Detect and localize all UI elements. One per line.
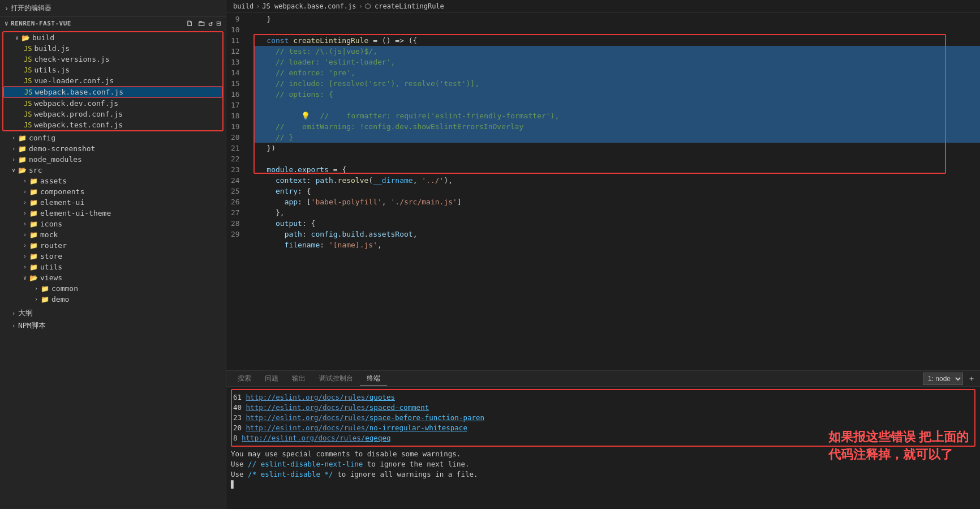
folder-node-modules[interactable]: › 📁 node_modules xyxy=(0,154,226,165)
file-webpack-test[interactable]: JS webpack.test.conf.js xyxy=(3,119,222,130)
file-label-webpack-test: webpack.test.conf.js xyxy=(34,121,123,129)
code-line-27: output: { xyxy=(253,218,980,229)
folder-store[interactable]: › 📁 store xyxy=(0,251,226,262)
folder-build[interactable]: ∨ 📂 build xyxy=(3,32,222,43)
folder-icon: 📁 xyxy=(29,231,38,239)
file-label-webpack-dev: webpack.dev.conf.js xyxy=(34,99,118,108)
code-line-11: const createLintingRule = () => ({ xyxy=(253,35,980,46)
code-line-24: entry: { xyxy=(253,186,980,196)
file-label-build-js: build.js xyxy=(34,44,70,53)
file-label-vue-loader: vue-loader.conf.js xyxy=(34,76,114,85)
new-folder-icon[interactable]: 🗀 xyxy=(197,19,205,28)
folder-icon: 📁 xyxy=(29,209,38,217)
folder-icon: 📁 xyxy=(29,199,38,207)
folder-icon: 📁 xyxy=(29,177,38,185)
code-line-19: // } xyxy=(253,132,980,143)
file-label-utils: utils.js xyxy=(34,66,70,74)
code-line-20: }) xyxy=(253,143,980,153)
js-icon: JS xyxy=(24,88,32,96)
folder-views[interactable]: ∨ 📂 views xyxy=(0,272,226,283)
js-icon: JS xyxy=(24,77,32,85)
error-item-spaced-comment: 40 http://eslint.org/docs/rules/spaced-c… xyxy=(233,403,973,413)
collapse-icon[interactable]: ⊟ xyxy=(217,19,221,28)
folder-icon: 📁 xyxy=(41,296,49,303)
project-root: ∨ RENREN-FAST-VUE 🗋 🗀 ↺ ⊟ xyxy=(0,17,226,30)
breadcrumb-function: ⬡ createLintingRule xyxy=(365,2,444,10)
tab-terminal[interactable]: 终端 xyxy=(360,371,387,386)
code-line-9: } xyxy=(253,14,980,24)
file-build-js[interactable]: JS build.js xyxy=(3,43,222,54)
folder-npm-scripts[interactable]: › NPM脚本 xyxy=(0,319,226,332)
code-line-15: // include: [resolve('src'), resolve('te… xyxy=(253,78,980,89)
code-line-18: // emitWarning: !config.dev.showEslintEr… xyxy=(253,121,980,132)
folder-outline[interactable]: › 大纲 xyxy=(0,307,226,319)
folder-demo-screenshot[interactable]: › 📁 demo-screenshot xyxy=(0,143,226,154)
file-webpack-prod[interactable]: JS webpack.prod.conf.js xyxy=(3,109,222,119)
project-name: RENREN-FAST-VUE xyxy=(11,20,71,27)
folder-element-ui[interactable]: › 📁 element-ui xyxy=(0,197,226,208)
file-vue-loader[interactable]: JS vue-loader.conf.js xyxy=(3,75,222,86)
code-line-17: 💡 // formatter: require('eslint-friendly… xyxy=(253,100,980,121)
refresh-icon[interactable]: ↺ xyxy=(208,19,213,28)
new-file-icon[interactable]: 🗋 xyxy=(186,19,194,28)
folder-element-ui-theme[interactable]: › 📁 element-ui-theme xyxy=(0,208,226,219)
folder-icon: 📁 xyxy=(41,285,49,293)
file-label-webpack-prod: webpack.prod.conf.js xyxy=(34,110,123,118)
chevron-down-icon: ∨ xyxy=(5,20,8,27)
folder-components[interactable]: › 📁 components xyxy=(0,186,226,197)
breadcrumb-file: JS webpack.base.conf.js xyxy=(262,2,356,10)
folder-icon: 📁 xyxy=(29,253,38,260)
folder-icon: 📁 xyxy=(29,242,38,250)
folder-assets[interactable]: › 📁 assets xyxy=(0,176,226,186)
breadcrumb-sep2: › xyxy=(359,2,363,10)
tab-debug-console[interactable]: 调试控制台 xyxy=(312,371,360,386)
folder-icons[interactable]: › 📁 icons xyxy=(0,219,226,229)
js-icon: JS xyxy=(24,121,32,129)
js-icon: JS xyxy=(24,100,32,108)
code-line-28: path: config.build.assetsRoot, xyxy=(253,229,980,239)
folder-mock[interactable]: › 📁 mock xyxy=(0,229,226,240)
tab-search[interactable]: 搜索 xyxy=(231,371,258,386)
file-tree: ∨ 📂 build JS build.js JS check-versions.… xyxy=(0,30,226,509)
folder-open-icon: 📂 xyxy=(18,166,27,174)
code-line-16: // options: { xyxy=(253,89,980,100)
js-icon: JS xyxy=(24,66,32,74)
tab-output[interactable]: 输出 xyxy=(285,371,312,386)
code-line-14: // enforce: 'pre', xyxy=(253,67,980,78)
file-webpack-dev[interactable]: JS webpack.dev.conf.js xyxy=(3,98,222,109)
folder-router[interactable]: › 📁 router xyxy=(0,240,226,251)
folder-utils[interactable]: › 📁 utils xyxy=(0,262,226,272)
folder-router-label: router xyxy=(40,241,67,250)
tab-problems[interactable]: 问题 xyxy=(258,371,285,386)
file-label-check-versions: check-versions.js xyxy=(34,55,109,63)
terminal-select[interactable]: 1: node xyxy=(923,373,963,385)
folder-icon: 📁 xyxy=(18,145,27,153)
code-area[interactable]: } const createLintingRule = () => ({ // … xyxy=(253,12,980,370)
chevron-right-icon: › xyxy=(5,5,8,12)
open-editors-toggle[interactable]: › 打开的编辑器 xyxy=(5,3,51,13)
open-editors-label: 打开的编辑器 xyxy=(11,3,51,13)
error-item-quotes: 61 http://eslint.org/docs/rules/quotes xyxy=(233,392,973,403)
breadcrumb-build: build xyxy=(233,2,253,10)
panel: 搜索 问题 输出 调试控制台 终端 1: node ＋ 61 http://es xyxy=(226,370,980,509)
main-area: build › JS webpack.base.conf.js › ⬡ crea… xyxy=(226,0,980,509)
file-check-versions[interactable]: JS check-versions.js xyxy=(3,54,222,65)
folder-src[interactable]: ∨ 📂 src xyxy=(0,165,226,176)
file-label-webpack-base: webpack.base.conf.js xyxy=(35,88,123,96)
folder-common[interactable]: › 📁 common xyxy=(0,283,226,294)
file-webpack-base[interactable]: JS webpack.base.conf.js xyxy=(3,86,222,98)
folder-icon: 📁 xyxy=(29,188,38,196)
code-line-25: app: ['babel-polyfill', './src/main.js'] xyxy=(253,196,980,207)
add-terminal-btn[interactable]: ＋ xyxy=(968,374,975,384)
code-line-12: // test: /\.(js|vue)$/, xyxy=(253,46,980,57)
code-line-22: module.exports = { xyxy=(253,164,980,175)
folder-open-icon: 📂 xyxy=(29,274,38,282)
folder-demo[interactable]: › 📁 demo xyxy=(0,294,226,305)
folder-build-label: build xyxy=(32,33,54,42)
panel-tabs: 搜索 问题 输出 调试控制台 终端 1: node ＋ xyxy=(226,371,980,387)
code-line-13: // loader: 'eslint-loader', xyxy=(253,57,980,67)
folder-open-arrow: ∨ xyxy=(12,35,22,41)
file-utils[interactable]: JS utils.js xyxy=(3,65,222,75)
folder-config[interactable]: › 📁 config xyxy=(0,132,226,143)
folder-icon: 📁 xyxy=(18,156,27,164)
